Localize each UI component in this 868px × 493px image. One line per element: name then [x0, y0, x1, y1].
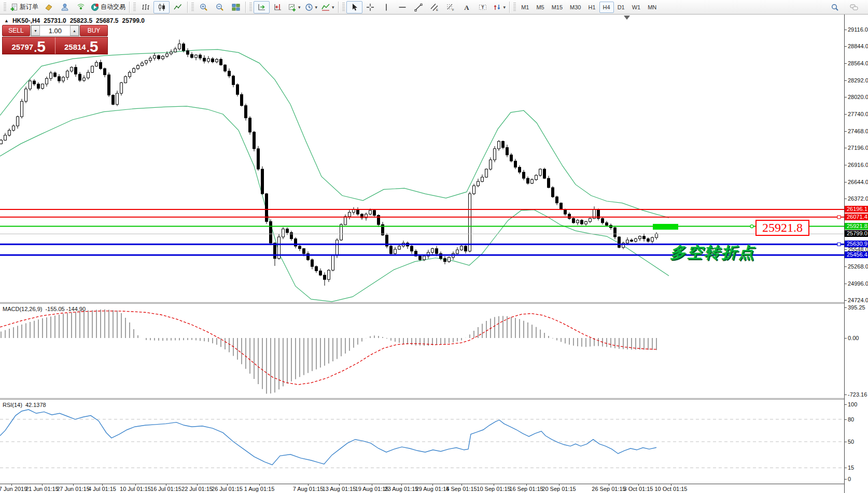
axis-tick	[845, 80, 847, 81]
toolbar-search-button[interactable]	[827, 1, 843, 13]
toolbar-grip[interactable]	[249, 3, 252, 12]
candle	[95, 61, 98, 67]
dropdown-caret-icon[interactable]: ▾	[298, 5, 301, 10]
toolbar-grip[interactable]	[191, 3, 194, 12]
bearish-candle-body	[236, 84, 239, 94]
toolbar-indicators-button[interactable]: ▾	[319, 1, 337, 13]
toolbar-auto-scroll-button[interactable]	[254, 1, 270, 13]
bearish-candle-body	[572, 218, 575, 222]
bearish-candle-body	[245, 106, 247, 118]
toolbar-tf-h1[interactable]: H1	[585, 2, 599, 13]
price-axis-label: 26644.0	[848, 179, 868, 185]
bearish-candle-body	[199, 55, 202, 58]
price-tag-annotation[interactable]: 25921.8	[755, 220, 809, 236]
candle	[398, 245, 401, 250]
toolbar-tf-d1-label: D1	[618, 4, 625, 10]
time-axis[interactable]: 17 Jun 201921 Jun 01:1527 Jun 01:154 Jul…	[0, 484, 844, 493]
candle	[307, 251, 310, 261]
toolbar-grip[interactable]	[513, 3, 516, 12]
toolbar-horizontal-line-button[interactable]	[395, 1, 411, 13]
dropdown-caret-icon[interactable]: ▾	[315, 5, 318, 10]
candle	[79, 72, 81, 82]
text-label-icon: T	[479, 3, 487, 11]
price-axis-label: 27196.0	[848, 145, 868, 151]
object-handle-marker[interactable]	[750, 225, 753, 228]
buy-button[interactable]: BUY	[80, 25, 108, 36]
toolbar-fibonacci-button[interactable]: F	[443, 1, 459, 13]
candle	[87, 70, 90, 80]
toolbar-tf-d1[interactable]: D1	[614, 2, 628, 13]
toolbar-chat-button[interactable]	[846, 1, 862, 13]
text-annotation[interactable]: 多空转折点	[670, 242, 755, 263]
candle	[274, 243, 276, 266]
toolbar-zoom-in-button[interactable]	[195, 1, 212, 13]
bearish-candle-body	[552, 188, 554, 197]
toolbar-vertical-line-button[interactable]	[379, 1, 395, 13]
chart-shift-marker[interactable]	[624, 16, 630, 20]
toolbar-tf-m5[interactable]: M5	[533, 2, 548, 13]
toolbar-autotrading-button-label: 自动交易	[101, 3, 125, 11]
object-handle-marker[interactable]	[837, 243, 841, 246]
bearish-candle-body	[261, 169, 264, 194]
candle	[477, 179, 480, 188]
bullish-candle-body	[129, 73, 131, 77]
bullish-candle-body	[626, 240, 629, 243]
toolbar-tf-h4[interactable]: H4	[599, 2, 614, 13]
object-handle-marker[interactable]	[837, 216, 841, 219]
toolbar-label-button[interactable]: T	[475, 1, 491, 13]
candle	[527, 176, 529, 185]
bullish-candle-body	[535, 175, 538, 179]
collapse-panel-icon[interactable]: ▲	[4, 18, 9, 23]
toolbar-tile-windows-button[interactable]	[228, 1, 244, 13]
highlight-zone[interactable]	[653, 224, 678, 230]
candle	[236, 83, 239, 96]
buy-price[interactable]: 25814.5	[55, 37, 108, 54]
toolbar-arrows-button[interactable]: ▾	[491, 1, 508, 13]
toolbar-crosshair-button[interactable]	[362, 1, 379, 13]
dropdown-caret-icon[interactable]: ▾	[503, 5, 506, 10]
volume-increase-button[interactable]: ▲	[70, 25, 79, 36]
toolbar-grip[interactable]	[4, 3, 6, 12]
toolbar-candlestick-button[interactable]	[153, 1, 170, 13]
candle	[353, 207, 355, 215]
toolbar-zoom-out-button[interactable]	[212, 1, 228, 13]
axis-tick	[845, 404, 847, 405]
candle	[199, 53, 202, 60]
bullish-candle-body	[17, 117, 19, 126]
toolbar-tf-m30[interactable]: M30	[566, 2, 584, 13]
toolbar-line-chart-button[interactable]	[170, 1, 186, 13]
toolbar-trendline-button[interactable]	[411, 1, 427, 13]
dropdown-caret-icon[interactable]: ▾	[332, 5, 334, 10]
bullish-candle-body	[456, 250, 459, 253]
candle	[365, 213, 368, 221]
sell-price[interactable]: 25797.5	[3, 37, 55, 54]
toolbar-bar-chart-button[interactable]	[137, 1, 153, 13]
toolbar-grip[interactable]	[133, 3, 136, 12]
toolbar-tf-w1[interactable]: W1	[628, 2, 645, 13]
toolbar-tf-m1[interactable]: M1	[517, 2, 533, 13]
price-axis[interactable]: 29116.028844.028564.028292.028020.027740…	[844, 15, 868, 493]
symbol-header: ▲ HK50-,H4 25731.0 25823.5 25687.5 25799…	[4, 17, 145, 24]
toolbar-profile-button[interactable]	[57, 1, 73, 13]
toolbar-new-order-button[interactable]: 新订单	[8, 1, 40, 13]
toolbar-chart-shift-button[interactable]	[270, 1, 286, 13]
toolbar-cursor-button[interactable]	[346, 1, 362, 13]
candle	[104, 67, 106, 77]
toolbar-periods-button[interactable]: ▾	[303, 1, 320, 13]
toolbar-channel-button[interactable]: E	[427, 1, 443, 13]
toolbar-eraser-button[interactable]	[40, 1, 57, 13]
toolbar-autotrading-button[interactable]: 自动交易	[89, 1, 128, 13]
bar-chart-icon	[142, 3, 150, 11]
toolbar-new-chart-button[interactable]: ▾	[286, 1, 303, 13]
volume-input[interactable]: 1.00	[40, 25, 70, 36]
toolbar-signal-button[interactable]	[73, 1, 89, 13]
candle	[568, 213, 571, 220]
volume-decrease-button[interactable]: ▼	[31, 25, 40, 36]
candle	[137, 64, 139, 70]
toolbar-text-button[interactable]: A	[459, 1, 475, 13]
time-axis-label: 10 Jul 01:15	[120, 486, 151, 492]
toolbar-grip[interactable]	[342, 3, 345, 12]
toolbar-tf-m15[interactable]: M15	[548, 2, 566, 13]
toolbar-tf-mn[interactable]: MN	[644, 2, 660, 13]
sell-button[interactable]: SELL	[2, 25, 30, 36]
